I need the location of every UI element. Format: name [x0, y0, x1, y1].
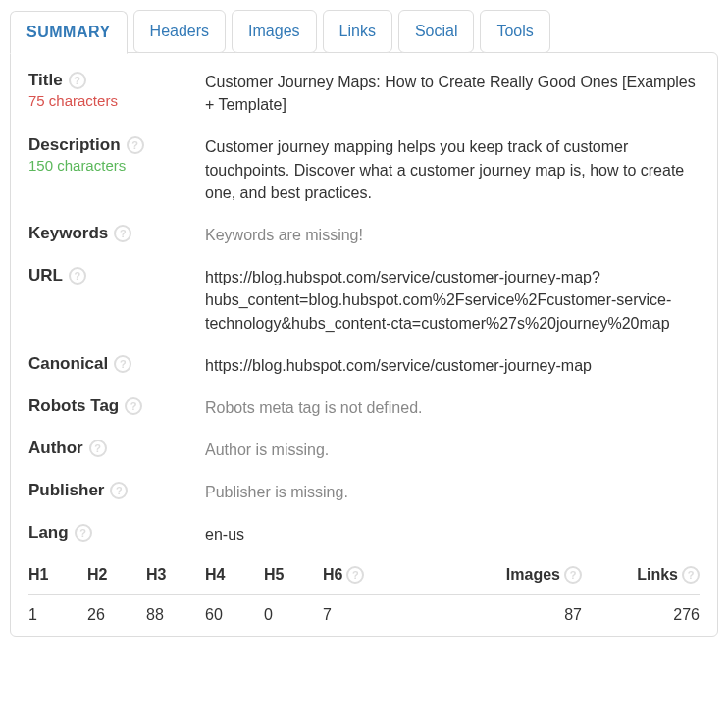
- label-canonical: Canonical: [28, 354, 108, 374]
- help-icon[interactable]: ?: [114, 225, 131, 242]
- tab-tools[interactable]: Tools: [480, 10, 549, 53]
- help-icon[interactable]: ?: [89, 440, 107, 457]
- row-description: Description ? 150 characters Customer jo…: [28, 135, 700, 204]
- row-canonical: Canonical ? https://blog.hubspot.com/ser…: [28, 354, 700, 377]
- col-links: Links: [637, 566, 678, 584]
- row-publisher: Publisher ? Publisher is missing.: [28, 481, 700, 503]
- value-title: Customer Journey Maps: How to Create Rea…: [205, 71, 700, 116]
- label-publisher: Publisher: [28, 481, 104, 500]
- row-url: URL ? https://blog.hubspot.com/service/c…: [28, 266, 700, 335]
- col-h1: H1: [28, 566, 48, 584]
- row-robots: Robots Tag ? Robots meta tag is not defi…: [28, 396, 700, 419]
- label-url: URL: [28, 266, 63, 285]
- help-icon[interactable]: ?: [564, 566, 582, 584]
- value-publisher: Publisher is missing.: [205, 481, 700, 503]
- value-keywords: Keywords are missing!: [205, 224, 700, 246]
- help-icon[interactable]: ?: [114, 355, 131, 373]
- col-h3: H3: [146, 566, 166, 584]
- value-url: https://blog.hubspot.com/service/custome…: [205, 266, 700, 335]
- col-h6: H6: [323, 566, 342, 584]
- val-h1: 1: [28, 606, 37, 624]
- value-author: Author is missing.: [205, 439, 700, 461]
- label-title: Title: [28, 71, 63, 90]
- tab-bar: SUMMARY Headers Images Links Social Tool…: [10, 10, 718, 53]
- label-description: Description: [28, 135, 121, 155]
- summary-panel: Title ? 75 characters Customer Journey M…: [10, 52, 718, 637]
- label-author: Author: [28, 439, 83, 458]
- tab-summary[interactable]: SUMMARY: [10, 11, 128, 54]
- val-images: 87: [435, 606, 582, 624]
- val-h3: 88: [146, 606, 164, 624]
- value-canonical: https://blog.hubspot.com/service/custome…: [205, 354, 700, 377]
- help-icon[interactable]: ?: [69, 72, 86, 89]
- tab-social[interactable]: Social: [398, 10, 475, 53]
- col-h5: H5: [264, 566, 284, 584]
- value-lang: en-us: [205, 523, 700, 545]
- col-images: Images: [506, 566, 560, 584]
- col-h2: H2: [87, 566, 107, 584]
- help-icon[interactable]: ?: [682, 566, 700, 584]
- help-icon[interactable]: ?: [125, 397, 142, 415]
- tab-images[interactable]: Images: [232, 10, 316, 53]
- description-char-count: 150 characters: [28, 157, 205, 174]
- help-icon[interactable]: ?: [110, 482, 128, 499]
- row-keywords: Keywords ? Keywords are missing!: [28, 224, 700, 246]
- value-robots: Robots meta tag is not defined.: [205, 396, 700, 419]
- stats-table: H1 H2 H3 H4 H5 H6? Images? Links? 1 26 8…: [28, 566, 700, 624]
- row-author: Author ? Author is missing.: [28, 439, 700, 461]
- help-icon[interactable]: ?: [127, 136, 144, 154]
- label-lang: Lang: [28, 523, 69, 543]
- row-title: Title ? 75 characters Customer Journey M…: [28, 71, 700, 116]
- val-h2: 26: [87, 606, 105, 624]
- tab-headers[interactable]: Headers: [133, 10, 226, 53]
- col-h4: H4: [205, 566, 225, 584]
- val-h4: 60: [205, 606, 223, 624]
- val-links: 276: [582, 606, 700, 624]
- value-description: Customer journey mapping helps you keep …: [205, 135, 700, 204]
- tab-links[interactable]: Links: [323, 10, 392, 53]
- help-icon[interactable]: ?: [346, 566, 364, 584]
- val-h5: 0: [264, 606, 273, 624]
- val-h6: 7: [323, 606, 332, 624]
- title-char-count: 75 characters: [28, 92, 205, 109]
- help-icon[interactable]: ?: [75, 524, 92, 542]
- label-robots: Robots Tag: [28, 396, 119, 416]
- help-icon[interactable]: ?: [69, 267, 86, 285]
- label-keywords: Keywords: [28, 224, 108, 243]
- row-lang: Lang ? en-us: [28, 523, 700, 545]
